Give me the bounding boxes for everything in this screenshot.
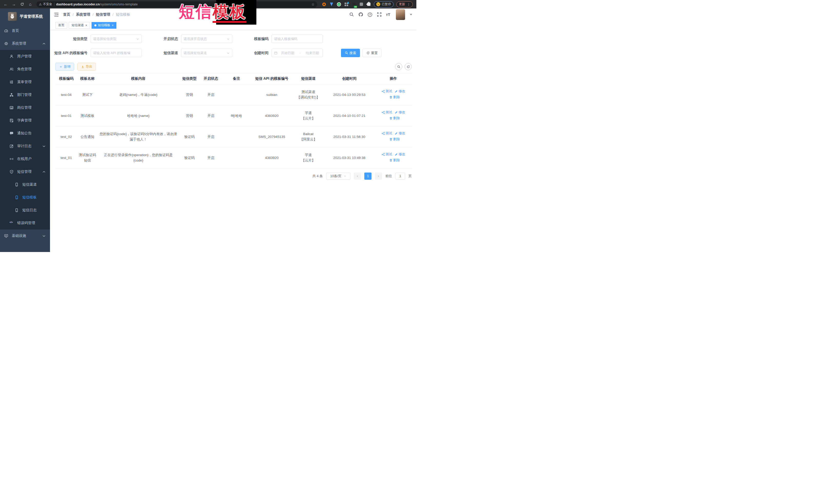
browser-home-icon[interactable]: ⌂ <box>27 1 33 7</box>
github-icon[interactable] <box>358 12 363 17</box>
sidebar-item-sms-channel[interactable]: 短信渠道 <box>0 178 50 191</box>
sidebar-item-sms-log[interactable]: 短信日志 <box>0 204 50 217</box>
prev-page-button[interactable]: ‹ <box>354 172 361 180</box>
logo-rabbit-icon <box>8 12 17 21</box>
jump-page-input[interactable]: 1 <box>395 172 405 180</box>
browser-forward-icon[interactable]: → <box>11 1 17 7</box>
sidebar-collapse-icon[interactable] <box>54 12 59 17</box>
extension-grid-icon[interactable] <box>344 2 349 7</box>
breadcrumb-system[interactable]: 系统管理 <box>76 12 90 17</box>
sidebar-item-audit-log[interactable]: 审计日志 <box>0 140 50 152</box>
chevron-down-icon <box>343 174 347 177</box>
delete-link[interactable]: 删除 <box>389 158 400 163</box>
plus-icon: ＋ <box>59 65 63 68</box>
address-bar[interactable]: ⚠ 不安全 dashboard.yudao.iocoder.cn/system/… <box>37 1 317 7</box>
tab-sms-template[interactable]: 短信模板× <box>92 22 116 29</box>
template-code-input[interactable]: 请输入模板编码 <box>271 34 323 43</box>
extension-gem-icon[interactable] <box>329 2 334 7</box>
next-page-button[interactable]: › <box>375 172 382 180</box>
browser-back-icon[interactable]: ← <box>3 1 9 7</box>
font-size-icon[interactable]: ᴛT <box>386 12 390 17</box>
tab-home[interactable]: 首页 <box>55 22 67 29</box>
sidebar-item-sms-template[interactable]: 短信模板 <box>0 191 50 204</box>
cell-type: 营销 <box>179 85 200 105</box>
sidebar-item-dictionary[interactable]: 字典管理 <box>0 114 50 127</box>
sidebar-item-posts[interactable]: 岗位管理 <box>0 101 50 114</box>
refresh-icon[interactable] <box>405 63 412 70</box>
filter-create-time: 创建时间 开始日期 - 结束日期 <box>236 49 323 57</box>
breadcrumb: 首页 / 系统管理 / 短信管理 / 短信模板 <box>63 12 130 17</box>
bookmark-star-icon[interactable]: ☆ <box>311 2 315 6</box>
cell-code: test-01 <box>55 105 77 126</box>
breadcrumb-sms[interactable]: 短信管理 <box>96 12 110 17</box>
sidebar-item-sms[interactable]: 短信管理 <box>0 165 50 178</box>
sidebar-item-roles[interactable]: 角色管理 <box>0 63 50 76</box>
profile-paused-badge[interactable]: 已暂停 <box>374 1 394 7</box>
cell-type: 营销 <box>179 105 200 126</box>
sidebar-item-menus[interactable]: 菜单管理 <box>0 76 50 89</box>
extension-ring-icon[interactable] <box>322 2 326 7</box>
delete-link[interactable]: 删除 <box>389 95 400 100</box>
cell-api-id: SMS_207945135 <box>251 126 292 147</box>
delete-link[interactable]: 删除 <box>389 116 400 121</box>
status-select[interactable]: 请选择开启状态 <box>181 34 232 43</box>
search-button[interactable]: 搜索 <box>341 49 360 57</box>
page-size-select[interactable]: 10条/页 <box>326 172 351 180</box>
table-row: test-04 测试下 老鸡{name}，牛逼{code} 营销 开启 suib… <box>55 85 412 105</box>
table-toolbar: ＋ 新增 导出 <box>55 63 412 71</box>
tab-label: 首页 <box>58 23 64 27</box>
avatar-caret-icon[interactable] <box>410 14 412 16</box>
fullscreen-icon[interactable] <box>377 12 382 17</box>
extension-misc-icon[interactable] <box>359 2 363 7</box>
sidebar-item-infrastructure[interactable]: 基础设施 <box>0 230 50 242</box>
delete-link[interactable]: 删除 <box>389 137 400 142</box>
table-header-row: 模板编码 模板名称 模板内容 短信类型 开启状态 备注 短信 API 的模板编号… <box>55 73 412 85</box>
test-link[interactable]: 测试 <box>381 110 392 115</box>
extension-list-icon[interactable]: on <box>352 2 356 7</box>
tab-sms-channel[interactable]: 短信渠道× <box>69 22 90 29</box>
add-button[interactable]: ＋ 新增 <box>55 63 74 71</box>
sidebar-item-departments[interactable]: 部门管理 <box>0 89 50 101</box>
sms-type-select[interactable]: 请选择短信类型 <box>91 34 142 43</box>
reset-button[interactable]: 重置 <box>362 49 381 57</box>
sms-channel-select[interactable]: 请选择短信渠道 <box>181 49 232 57</box>
user-avatar[interactable] <box>396 9 405 20</box>
help-icon[interactable]: ? <box>367 12 373 17</box>
security-warning-icon[interactable]: ⚠ 不安全 <box>39 2 52 6</box>
create-time-range-picker[interactable]: 开始日期 - 结束日期 <box>271 49 323 57</box>
cell-content: 正在进行登录操作{operation}，您的验证码是{code} <box>98 147 179 168</box>
modify-link[interactable]: 修改 <box>395 131 405 136</box>
filter-api-template-id: 短信 API 的模板编号 请输入短信 API 的模板编 <box>55 49 142 57</box>
chevron-down-icon <box>43 235 45 237</box>
cell-actions: 测试修改删除 <box>374 126 412 147</box>
search-icon[interactable] <box>349 12 354 17</box>
gear-icon <box>4 42 8 46</box>
extension-green-icon[interactable]: v <box>337 2 341 7</box>
sidebar-logo[interactable]: 芋道管理系统 <box>0 8 50 24</box>
api-template-id-input[interactable]: 请输入短信 API 的模板编 <box>91 49 142 57</box>
test-link[interactable]: 测试 <box>381 131 392 136</box>
modify-link[interactable]: 修改 <box>395 110 405 115</box>
test-link[interactable]: 测试 <box>381 89 392 94</box>
sidebar-item-notices[interactable]: 通知公告 <box>0 127 50 140</box>
modify-link[interactable]: 修改 <box>395 152 405 157</box>
sidebar-item-system[interactable]: 系统管理 <box>0 37 50 50</box>
active-dot-icon <box>94 24 96 26</box>
extensions-puzzle-icon[interactable] <box>366 2 371 7</box>
browser-menu-icon[interactable]: ⋮ <box>407 3 410 6</box>
browser-update-button[interactable]: 更新⋮ <box>396 1 413 7</box>
export-button[interactable]: 导出 <box>77 63 96 71</box>
sidebar-item-home[interactable]: 首页 <box>0 24 50 37</box>
sidebar-item-error-codes[interactable]: </> 错误码管理 <box>0 217 50 230</box>
test-link[interactable]: 测试 <box>381 152 392 157</box>
modify-link[interactable]: 修改 <box>395 89 405 94</box>
show-search-icon[interactable] <box>395 63 402 70</box>
cell-content: 老鸡{name}，牛逼{code} <box>98 85 179 105</box>
close-icon[interactable]: × <box>112 24 114 27</box>
sidebar-item-users[interactable]: 用户管理 <box>0 50 50 63</box>
page-number-button[interactable]: 1 <box>364 172 372 180</box>
breadcrumb-home[interactable]: 首页 <box>63 12 70 17</box>
browser-reload-icon[interactable] <box>19 1 25 7</box>
sidebar-item-online-users[interactable]: 在线用户 <box>0 152 50 165</box>
close-icon[interactable]: × <box>86 24 87 27</box>
